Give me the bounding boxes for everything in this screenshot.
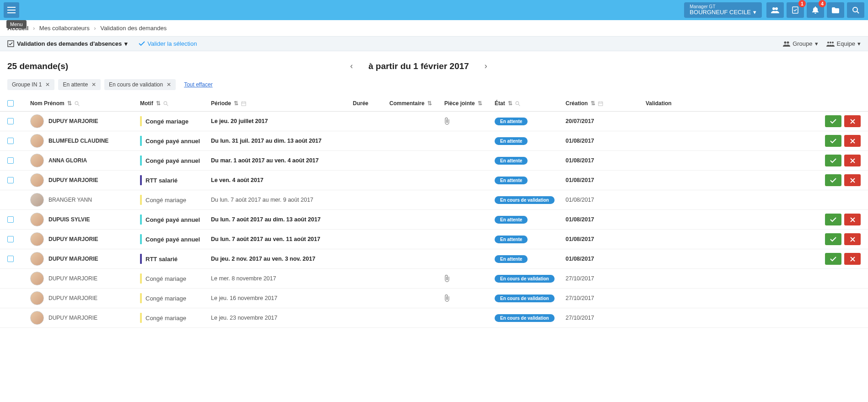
notifications-button[interactable]: 4 <box>807 2 824 18</box>
approve-button[interactable] <box>825 253 841 265</box>
clear-all-filters[interactable]: Tout effacer <box>184 81 212 88</box>
row-checkbox[interactable] <box>7 118 14 124</box>
col-comment[interactable]: Commentaire ⇅ <box>389 100 444 107</box>
validation-actions <box>636 155 861 166</box>
period-text: Du lun. 7 août 2017 au ven. 11 août 2017 <box>211 236 353 242</box>
search-button[interactable] <box>847 2 864 18</box>
avatar <box>30 114 44 128</box>
calendar-icon <box>598 101 603 106</box>
filter-chip[interactable]: En cours de validation✕ <box>104 79 176 90</box>
user-name: ANNA GLORIA <box>49 157 87 164</box>
status-badge: En attente <box>495 118 528 125</box>
user-menu[interactable]: Manager GT BOURGNEUF CECILE ▾ <box>684 2 762 18</box>
menu-tooltip: Menu <box>6 20 27 28</box>
prev-period-button[interactable]: ‹ <box>346 59 356 73</box>
period-text: Du jeu. 2 nov. 2017 au ven. 3 nov. 2017 <box>211 256 353 262</box>
validation-actions <box>636 135 861 147</box>
team-filter[interactable]: Equipe ▾ <box>826 40 861 47</box>
motif-label: Congé mariage <box>146 275 186 282</box>
reject-button[interactable] <box>844 233 861 245</box>
folder-button[interactable] <box>827 2 844 18</box>
motif-label: Congé mariage <box>146 197 186 204</box>
avatar <box>30 272 44 285</box>
status-badge: En cours de validation <box>495 196 555 204</box>
motif-label: Congé mariage <box>146 118 189 125</box>
filter-chip[interactable]: Groupe IN 1✕ <box>7 79 54 90</box>
period-text: Du lun. 7 août 2017 au mer. 9 août 2017 <box>211 197 353 203</box>
table-row[interactable]: BRANGER YANNCongé mariageDu lun. 7 août … <box>0 190 868 210</box>
team-label: Equipe <box>837 40 855 47</box>
chip-remove[interactable]: ✕ <box>45 81 50 88</box>
table-row[interactable]: DUPUY MARJORIERTT salariéLe ven. 4 août … <box>0 171 868 190</box>
col-attachment[interactable]: Pièce jointe ⇅ <box>444 100 495 107</box>
approve-button[interactable] <box>825 115 841 127</box>
chip-remove[interactable]: ✕ <box>167 81 171 88</box>
chevron-down-icon: ▾ <box>753 9 756 16</box>
menu-button[interactable] <box>4 2 19 18</box>
col-name[interactable]: Nom Prénom ⇅ <box>30 100 140 107</box>
approve-button[interactable] <box>825 174 841 186</box>
close-icon <box>850 158 855 163</box>
user-name: DUPUY MARJORIE <box>49 275 97 282</box>
reject-button[interactable] <box>844 253 861 265</box>
approve-button[interactable] <box>825 233 841 245</box>
row-checkbox[interactable] <box>7 236 14 242</box>
row-checkbox[interactable] <box>7 157 14 164</box>
col-period[interactable]: Période ⇅ <box>211 100 353 107</box>
header-row: 25 demande(s) ‹ à partir du 1 février 20… <box>0 51 868 77</box>
col-creation[interactable]: Création ⇅ <box>566 100 636 107</box>
col-duration[interactable]: Durée <box>353 100 389 107</box>
user-name: DUPUY MARJORIE <box>49 177 98 183</box>
user-name: BLUMFELD CLAUDINE <box>49 138 108 144</box>
table-row[interactable]: DUPUY MARJORIERTT salariéDu jeu. 2 nov. … <box>0 249 868 269</box>
alerts-button[interactable]: 1 <box>787 2 804 18</box>
breadcrumb-item-collab[interactable]: Mes collaborateurs <box>39 25 90 32</box>
period-text: Le jeu. 16 novembre 2017 <box>211 295 353 301</box>
group-filter[interactable]: Groupe ▾ <box>783 40 818 47</box>
filter-chip[interactable]: En attente✕ <box>58 79 101 90</box>
table-row[interactable]: BLUMFELD CLAUDINECongé payé annuelDu lun… <box>0 131 868 151</box>
reject-button[interactable] <box>844 155 861 166</box>
table-row[interactable]: DUPUY MARJORIECongé payé annuelDu lun. 7… <box>0 230 868 249</box>
reject-button[interactable] <box>844 174 861 186</box>
row-checkbox[interactable] <box>7 256 14 262</box>
approve-button[interactable] <box>825 155 841 166</box>
table-row[interactable]: DUPUY MARJORIECongé mariageLe jeu. 20 ju… <box>0 112 868 131</box>
next-period-button[interactable]: › <box>481 59 491 73</box>
user-name: DUPUY MARJORIE <box>49 315 97 321</box>
approve-button[interactable] <box>825 135 841 147</box>
people-icon <box>783 41 790 47</box>
motif-color-bar <box>140 175 142 185</box>
table-row[interactable]: DUPUY MARJORIECongé mariageLe jeu. 23 no… <box>0 308 868 328</box>
paperclip-icon <box>444 118 450 125</box>
row-checkbox[interactable] <box>7 216 14 223</box>
approve-button[interactable] <box>825 214 841 225</box>
col-state[interactable]: État ⇅ <box>495 100 566 107</box>
breadcrumb-item-validation[interactable]: Validation des demandes <box>100 25 167 32</box>
table-row[interactable]: DUPUIS SYLVIECongé payé annuelDu lun. 7 … <box>0 210 868 230</box>
select-all-checkbox[interactable] <box>7 100 14 107</box>
row-checkbox[interactable] <box>7 177 14 183</box>
motif-color-bar <box>140 214 142 225</box>
row-checkbox[interactable] <box>7 138 14 144</box>
validate-selection-button[interactable]: Valider la sélection <box>139 40 197 47</box>
sort-icon: ⇅ <box>427 100 432 107</box>
chip-remove[interactable]: ✕ <box>92 81 96 88</box>
reject-button[interactable] <box>844 135 861 147</box>
table-row[interactable]: DUPUY MARJORIECongé mariageLe mer. 8 nov… <box>0 269 868 289</box>
status-badge: En cours de validation <box>495 314 555 322</box>
table-row[interactable]: DUPUY MARJORIECongé mariageLe jeu. 16 no… <box>0 289 868 308</box>
motif-color-bar <box>140 136 142 146</box>
motif-label: Congé mariage <box>146 315 186 322</box>
reject-button[interactable] <box>844 115 861 127</box>
main-action-dropdown[interactable]: Validation des demandes d'absences ▾ <box>7 40 128 47</box>
period-text: Le jeu. 20 juillet 2017 <box>211 118 353 124</box>
reject-button[interactable] <box>844 214 861 225</box>
svg-rect-12 <box>242 102 246 105</box>
people-button[interactable] <box>766 2 784 18</box>
table-row[interactable]: ANNA GLORIACongé payé annuelDu mar. 1 ao… <box>0 151 868 171</box>
user-role: Manager GT <box>690 4 715 10</box>
col-motif[interactable]: Motif ⇅ <box>140 100 211 107</box>
user-name: DUPUY MARJORIE <box>49 256 98 262</box>
svg-point-7 <box>827 42 829 43</box>
